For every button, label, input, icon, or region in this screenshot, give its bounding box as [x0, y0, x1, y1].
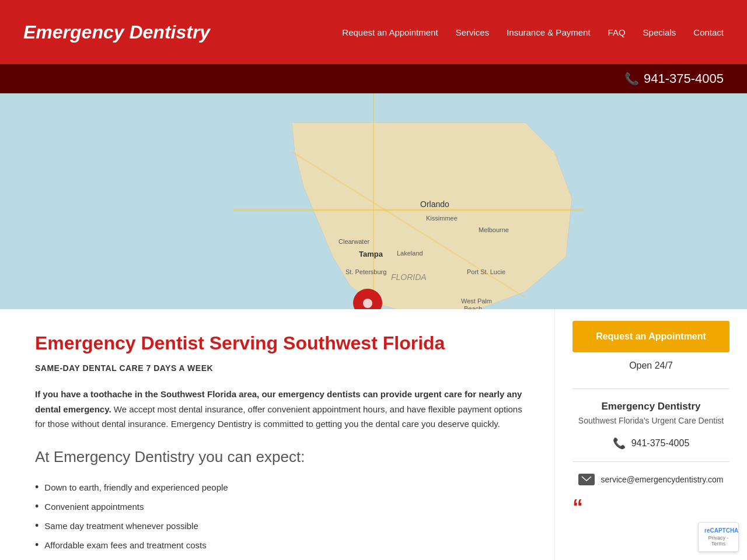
- nav-services[interactable]: Services: [456, 27, 490, 37]
- bullet-item-5: Payment options for nearly everyone: [35, 555, 525, 561]
- svg-text:Kissimmee: Kissimmee: [426, 215, 458, 222]
- sidebar-phone-number[interactable]: 941-375-4005: [631, 438, 690, 449]
- svg-text:Port St. Lucie: Port St. Lucie: [467, 268, 505, 275]
- sidebar-business-name: Emergency Dentistry: [573, 401, 729, 412]
- svg-text:Orlando: Orlando: [420, 200, 449, 209]
- intro-text: If you have a toothache in the Southwest…: [35, 387, 525, 432]
- site-header: Emergency Dentistry Request an Appointme…: [0, 0, 747, 64]
- nav-insurance[interactable]: Insurance & Payment: [507, 27, 590, 37]
- phone-icon: 📞: [624, 72, 639, 86]
- divider-1: [573, 388, 729, 389]
- quote-mark: “: [573, 495, 583, 519]
- bullet-item-3: Same day treatment whenever possible: [35, 516, 525, 536]
- svg-text:FLORIDA: FLORIDA: [391, 272, 427, 282]
- main-content: Emergency Dentist Serving Southwest Flor…: [0, 309, 747, 560]
- phone-bar-number[interactable]: 📞 941-375-4005: [624, 71, 724, 86]
- phone-bar-text[interactable]: 941-375-4005: [644, 71, 724, 86]
- sidebar-business-subtitle: Southwest Florida's Urgent Care Dentist: [573, 416, 729, 425]
- svg-text:West Palm: West Palm: [461, 298, 492, 304]
- sidebar-phone[interactable]: 📞 941-375-4005: [573, 437, 729, 450]
- nav-faq[interactable]: FAQ: [608, 27, 626, 37]
- open-hours: Open 24/7: [573, 360, 729, 371]
- map-container[interactable]: Orlando Kissimmee Clearwater Tampa Lakel…: [0, 93, 747, 321]
- subheading: SAME-DAY DENTAL CARE 7 DAYS A WEEK: [35, 363, 525, 373]
- nav-appointment[interactable]: Request an Appointment: [342, 27, 438, 37]
- nav-specials[interactable]: Specials: [643, 27, 676, 37]
- main-nav: Request an Appointment Services Insuranc…: [342, 27, 724, 37]
- svg-text:Tampa: Tampa: [359, 250, 383, 258]
- site-title: Emergency Dentistry: [23, 22, 210, 43]
- bullet-item-4: Affordable exam fees and treatment costs: [35, 536, 525, 555]
- page-heading: Emergency Dentist Serving Southwest Flor…: [35, 332, 525, 354]
- bullet-item-1: Down to earth, friendly and experienced …: [35, 478, 525, 497]
- divider-2: [573, 461, 729, 462]
- svg-text:St. Petersburg: St. Petersburg: [345, 268, 386, 275]
- svg-point-20: [363, 299, 372, 308]
- quote-section: “: [573, 497, 729, 518]
- phone-bar: 📞 941-375-4005: [0, 64, 747, 93]
- bullet-item-2: Convenient appointments: [35, 497, 525, 516]
- svg-text:Lakeland: Lakeland: [397, 250, 423, 257]
- nav-contact[interactable]: Contact: [693, 27, 724, 37]
- bullet-list: Down to earth, friendly and experienced …: [35, 478, 525, 561]
- recaptcha-links[interactable]: Privacy - Terms: [704, 535, 732, 547]
- sidebar-phone-icon: 📞: [613, 437, 626, 450]
- recaptcha-logo: reCAPTCHA: [704, 527, 732, 534]
- svg-text:Clearwater: Clearwater: [338, 238, 370, 245]
- sidebar-email[interactable]: service@emergencydentistry.com: [573, 474, 729, 485]
- left-content: Emergency Dentist Serving Southwest Flor…: [0, 309, 554, 560]
- appointment-button[interactable]: Request an Appointment: [573, 321, 729, 352]
- sidebar-email-address[interactable]: service@emergencydentistry.com: [601, 475, 723, 484]
- email-icon: [578, 474, 595, 485]
- expect-heading: At Emergency Dentistry you can expect:: [35, 448, 525, 466]
- recaptcha-badge: reCAPTCHA Privacy - Terms: [698, 522, 739, 552]
- svg-text:Melbourne: Melbourne: [479, 226, 509, 233]
